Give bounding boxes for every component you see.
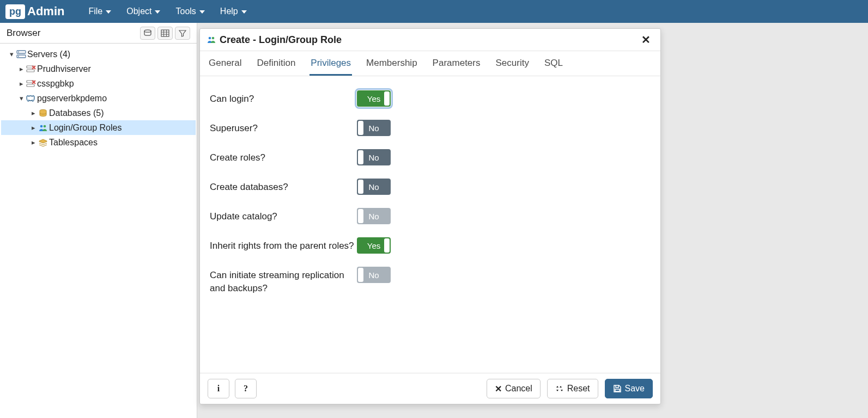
dialog-footer: i ? ✕ Cancel Reset bbox=[200, 373, 660, 404]
tree-databases[interactable]: ▸ Databases (5) bbox=[1, 106, 196, 120]
reset-button[interactable]: Reset bbox=[547, 379, 598, 398]
info-button[interactable]: i bbox=[208, 379, 229, 398]
row-can-login: Can login? Yes bbox=[210, 84, 651, 113]
server-disconnected-icon bbox=[25, 79, 37, 88]
menu-help[interactable]: Help bbox=[213, 0, 254, 23]
toggle-text: No bbox=[368, 124, 379, 133]
toggle-text: No bbox=[368, 153, 379, 162]
row-create-databases: Create databases? No bbox=[210, 172, 651, 201]
svg-point-8 bbox=[18, 51, 19, 52]
cancel-button[interactable]: ✕ Cancel bbox=[487, 379, 541, 398]
tab-label: Security bbox=[495, 58, 529, 68]
filter-button[interactable] bbox=[175, 27, 190, 40]
tab-parameters[interactable]: Parameters bbox=[432, 54, 482, 76]
toggle-knob bbox=[358, 150, 363, 164]
dialog-title: Create - Login/Group Role bbox=[220, 34, 342, 46]
menu-tools[interactable]: Tools bbox=[168, 0, 212, 23]
svg-point-19 bbox=[40, 125, 43, 127]
close-button[interactable]: ✕ bbox=[638, 33, 654, 46]
toggle-update-catalog: No bbox=[357, 208, 391, 224]
tab-definition[interactable]: Definition bbox=[256, 54, 296, 76]
tree-label: Databases (5) bbox=[49, 108, 104, 118]
help-button[interactable]: ? bbox=[235, 379, 257, 398]
menu-file[interactable]: File bbox=[81, 0, 119, 23]
tree-server-csspgbkp[interactable]: ▸ csspgbkp bbox=[1, 76, 196, 91]
svg-point-20 bbox=[44, 125, 46, 127]
tree-login-group-roles[interactable]: ▸ Login/Group Roles bbox=[1, 120, 196, 135]
row-replication: Can initiate streaming replication and b… bbox=[210, 260, 651, 302]
logo-badge: pg bbox=[5, 4, 25, 19]
save-icon bbox=[613, 384, 622, 393]
toggle-expanded-icon: ▾ bbox=[17, 94, 25, 102]
tree-label: Tablespaces bbox=[49, 138, 98, 147]
toggle-inherit-rights[interactable]: Yes bbox=[357, 237, 391, 254]
tab-sql[interactable]: SQL bbox=[543, 54, 564, 76]
main-area: Browser ▾ Servers (4) bbox=[0, 23, 868, 418]
tree-tablespaces[interactable]: ▸ Tablespaces bbox=[1, 135, 196, 150]
roles-icon bbox=[207, 35, 216, 44]
close-icon: ✕ bbox=[495, 384, 502, 394]
tab-general[interactable]: General bbox=[208, 54, 242, 76]
svg-point-21 bbox=[209, 37, 211, 40]
toggle-create-databases[interactable]: No bbox=[357, 179, 391, 195]
tab-label: SQL bbox=[544, 58, 563, 68]
query-tool-button[interactable] bbox=[140, 27, 155, 40]
content-area: Create - Login/Group Role ✕ General Defi… bbox=[197, 23, 868, 418]
logo: pg Admin bbox=[5, 4, 64, 19]
toggle-can-login[interactable]: Yes bbox=[357, 90, 391, 107]
toggle-expanded-icon: ▾ bbox=[8, 50, 15, 58]
toggle-collapsed-icon: ▸ bbox=[17, 65, 25, 73]
tab-label: Membership bbox=[366, 58, 417, 68]
help-icon: ? bbox=[244, 384, 248, 394]
svg-rect-15 bbox=[27, 84, 34, 87]
tab-label: Definition bbox=[257, 58, 295, 68]
browser-toolbar bbox=[140, 27, 190, 40]
menu-tools-label: Tools bbox=[175, 7, 196, 16]
toggle-collapsed-icon: ▸ bbox=[29, 124, 37, 132]
save-button[interactable]: Save bbox=[605, 379, 653, 398]
svg-point-22 bbox=[212, 37, 215, 40]
label-inherit-rights: Inherit rights from the parent roles? bbox=[210, 237, 357, 253]
cancel-label: Cancel bbox=[505, 384, 532, 394]
grid-icon bbox=[161, 29, 169, 37]
toggle-create-roles[interactable]: No bbox=[357, 149, 391, 165]
filter-icon bbox=[179, 29, 186, 37]
toggle-knob bbox=[358, 209, 363, 223]
close-icon: ✕ bbox=[641, 34, 651, 46]
chevron-down-icon bbox=[199, 10, 205, 14]
info-icon: i bbox=[217, 384, 220, 394]
label-create-roles: Create roles? bbox=[210, 149, 357, 164]
databases-icon bbox=[37, 109, 49, 118]
row-superuser: Superuser? No bbox=[210, 113, 651, 143]
tree-label: Prudhviserver bbox=[37, 64, 91, 74]
row-update-catalog: Update catalog? No bbox=[210, 201, 651, 231]
tree-server-pgserverbkpdemo[interactable]: ▾ pgserverbkpdemo bbox=[1, 91, 196, 106]
roles-icon bbox=[37, 124, 49, 132]
row-inherit-rights: Inherit rights from the parent roles? Ye… bbox=[210, 231, 651, 260]
reset-label: Reset bbox=[567, 384, 590, 394]
svg-rect-1 bbox=[161, 30, 169, 36]
view-data-button[interactable] bbox=[157, 27, 173, 40]
create-role-dialog: Create - Login/Group Role ✕ General Defi… bbox=[199, 28, 661, 404]
tree-label: Servers (4) bbox=[27, 50, 70, 59]
browser-header: Browser bbox=[0, 23, 197, 44]
menu-help-label: Help bbox=[220, 7, 238, 16]
svg-rect-11 bbox=[27, 70, 34, 72]
tab-membership[interactable]: Membership bbox=[365, 54, 418, 76]
toggle-text: Yes bbox=[367, 94, 380, 103]
tree-server-prudhvi[interactable]: ▸ Prudhviserver bbox=[1, 62, 196, 76]
save-label: Save bbox=[625, 384, 645, 394]
label-create-databases: Create databases? bbox=[210, 179, 357, 194]
menu-object[interactable]: Object bbox=[119, 0, 168, 23]
logo-text: Admin bbox=[27, 4, 64, 19]
tab-label: Parameters bbox=[433, 58, 481, 68]
menu-object-label: Object bbox=[126, 7, 151, 16]
menubar: pg Admin File Object Tools Help bbox=[0, 0, 868, 23]
sidebar: Browser ▾ Servers (4) bbox=[0, 23, 197, 418]
tab-label: General bbox=[209, 58, 241, 68]
tab-privileges[interactable]: Privileges bbox=[309, 54, 352, 76]
tree-servers[interactable]: ▾ Servers (4) bbox=[1, 47, 196, 62]
toggle-superuser[interactable]: No bbox=[357, 120, 391, 136]
tab-security[interactable]: Security bbox=[494, 54, 530, 76]
toggle-text: No bbox=[368, 182, 379, 192]
